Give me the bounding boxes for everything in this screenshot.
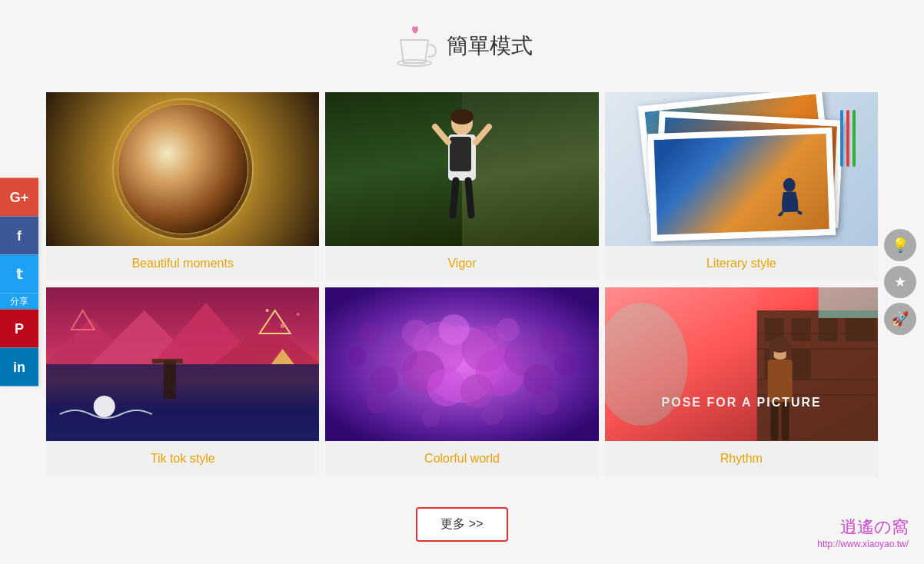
card-image-vigor [325,92,598,246]
star-button[interactable]: ★ [884,266,916,298]
card-image-literary-style [605,92,878,246]
facebook-button[interactable]: f [0,217,38,255]
svg-line-7 [453,181,456,215]
svg-line-5 [435,127,448,142]
svg-point-53 [482,403,504,425]
card-grid: Beautiful moments [46,92,878,476]
svg-rect-58 [818,318,837,341]
svg-rect-21 [164,360,170,399]
card-colorful-world[interactable]: Colorful world [325,287,598,476]
rhythm-svg: POSE FOR A PICTURE [605,287,878,441]
social-sidebar: G+ f 𝕥 分享 P in [0,178,38,387]
more-button[interactable]: 更多 >> [416,507,507,542]
colorful-world-svg [325,287,598,441]
card-label-colorful-world: Colorful world [325,441,598,476]
svg-point-2 [450,109,474,124]
svg-point-30 [94,396,115,417]
watermark-url: http://www.xiaoyao.tw/ [817,539,909,549]
svg-point-49 [554,353,577,376]
svg-point-28 [266,309,269,312]
beautiful-moments-circle [118,104,248,234]
svg-line-11 [798,211,802,214]
svg-point-27 [281,323,285,328]
share-label: 分享 [0,294,38,310]
svg-point-41 [371,366,399,393]
card-image-tik-tok [46,287,319,441]
vigor-person [431,108,493,234]
svg-line-10 [779,212,783,216]
card-tik-tok[interactable]: Tik tok style [46,287,319,476]
right-sidebar: 💡 ★ 🚀 [876,221,924,343]
svg-point-47 [540,327,568,355]
svg-point-51 [534,390,559,415]
svg-point-48 [349,347,367,366]
svg-point-42 [523,364,554,395]
svg-rect-20 [46,364,319,441]
card-vigor[interactable]: Vigor [325,92,598,281]
card-literary-style[interactable]: Literary style [605,92,878,281]
svg-point-46 [358,322,381,345]
svg-point-52 [422,409,440,427]
pencils [836,108,859,172]
watermark: 逍遙の窩 http://www.xiaoyao.tw/ [817,516,909,549]
svg-point-45 [439,314,470,345]
bottom-section: 更多 >> 逍遙の窩 http://www.xiaoyao.tw/ [0,484,924,557]
card-label-rhythm: Rhythm [605,441,878,476]
page-title: 簡單模式 [447,32,533,61]
svg-rect-57 [791,318,810,341]
svg-rect-23 [152,359,183,363]
svg-rect-61 [791,349,810,380]
svg-point-9 [783,178,796,193]
twitter-button[interactable]: 𝕥 [0,255,38,294]
tik-tok-decorations [46,287,319,441]
card-image-colorful-world [325,287,598,441]
svg-point-50 [367,392,388,413]
svg-rect-4 [450,137,471,171]
svg-point-29 [297,313,300,316]
svg-point-44 [497,318,520,341]
svg-point-38 [460,374,494,408]
svg-point-37 [427,368,466,406]
lightbulb-button[interactable]: 💡 [884,229,916,261]
pinterest-button[interactable]: P [0,310,38,348]
svg-point-43 [402,320,430,347]
card-beautiful-moments[interactable]: Beautiful moments [46,92,319,281]
svg-rect-66 [818,287,878,318]
coffee-cup-icon [391,23,437,69]
card-image-beautiful-moments [46,92,319,246]
page-header: 簡單模式 [0,0,924,85]
seated-person [774,177,806,219]
linkedin-button[interactable]: in [0,348,38,387]
google-plus-button[interactable]: G+ [0,178,38,217]
card-label-vigor: Vigor [325,246,598,281]
photo-stack [613,100,870,238]
watermark-title: 逍遙の窩 [817,516,909,539]
main-content: Beautiful moments [46,85,878,484]
svg-rect-22 [170,360,176,399]
svg-rect-59 [845,318,876,341]
svg-line-6 [476,127,489,142]
card-image-rhythm: POSE FOR A PICTURE [605,287,878,441]
rocket-button[interactable]: 🚀 [884,303,916,335]
card-rhythm[interactable]: POSE FOR A PICTURE Rhythm [605,287,878,476]
photo-card-3 [648,128,836,241]
card-label-tik-tok: Tik tok style [46,441,319,476]
card-label-literary-style: Literary style [605,246,878,281]
card-label-beautiful-moments: Beautiful moments [46,246,319,281]
svg-line-8 [468,181,471,215]
